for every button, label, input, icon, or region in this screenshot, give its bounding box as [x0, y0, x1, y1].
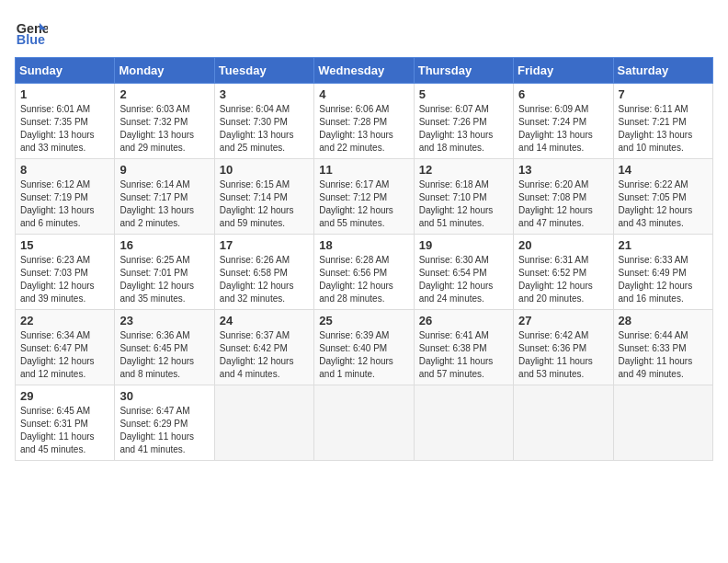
calendar-cell: 9Sunrise: 6:14 AM Sunset: 7:17 PM Daylig… — [115, 159, 214, 235]
day-number: 28 — [619, 314, 708, 327]
calendar-cell: 18Sunrise: 6:28 AM Sunset: 6:56 PM Dayli… — [314, 235, 414, 310]
day-number: 9 — [119, 163, 209, 177]
day-info: Sunrise: 6:20 AM Sunset: 7:08 PM Dayligh… — [518, 178, 608, 230]
calendar-cell: 4Sunrise: 6:06 AM Sunset: 7:28 PM Daylig… — [314, 84, 414, 159]
calendar-week-row: 15Sunrise: 6:23 AM Sunset: 7:03 PM Dayli… — [16, 235, 713, 310]
day-info: Sunrise: 6:42 AM Sunset: 6:36 PM Dayligh… — [518, 329, 608, 381]
day-number: 21 — [619, 238, 708, 252]
day-number: 18 — [319, 238, 408, 252]
day-info: Sunrise: 6:31 AM Sunset: 6:52 PM Dayligh… — [518, 254, 608, 305]
calendar-cell: 20Sunrise: 6:31 AM Sunset: 6:52 PM Dayli… — [514, 235, 613, 310]
logo: General Blue — [15, 15, 51, 48]
calendar-cell: 19Sunrise: 6:30 AM Sunset: 6:54 PM Dayli… — [414, 235, 513, 310]
day-number: 12 — [419, 163, 508, 177]
day-info: Sunrise: 6:37 AM Sunset: 6:42 PM Dayligh… — [220, 329, 309, 381]
calendar-cell: 25Sunrise: 6:39 AM Sunset: 6:40 PM Dayli… — [314, 310, 414, 385]
calendar-cell: 1Sunrise: 6:01 AM Sunset: 7:35 PM Daylig… — [16, 84, 115, 159]
calendar-cell: 5Sunrise: 6:07 AM Sunset: 7:26 PM Daylig… — [414, 84, 513, 159]
calendar-cell: 14Sunrise: 6:22 AM Sunset: 7:05 PM Dayli… — [613, 159, 712, 235]
day-number: 10 — [220, 163, 309, 177]
day-number: 7 — [619, 87, 708, 101]
calendar-cell: 6Sunrise: 6:09 AM Sunset: 7:24 PM Daylig… — [514, 84, 613, 159]
day-info: Sunrise: 6:45 AM Sunset: 6:31 PM Dayligh… — [20, 405, 109, 456]
day-number: 25 — [319, 314, 408, 327]
calendar-cell — [613, 385, 712, 461]
weekday-header-saturday: Saturday — [613, 58, 712, 84]
weekday-header-monday: Monday — [115, 58, 214, 84]
day-info: Sunrise: 6:44 AM Sunset: 6:33 PM Dayligh… — [619, 329, 708, 381]
calendar-cell: 29Sunrise: 6:45 AM Sunset: 6:31 PM Dayli… — [16, 385, 115, 461]
calendar-cell: 10Sunrise: 6:15 AM Sunset: 7:14 PM Dayli… — [214, 159, 313, 235]
day-number: 19 — [419, 238, 508, 252]
day-number: 14 — [619, 163, 708, 177]
day-number: 11 — [319, 163, 408, 177]
day-info: Sunrise: 6:15 AM Sunset: 7:14 PM Dayligh… — [220, 178, 309, 230]
day-number: 23 — [119, 314, 209, 327]
day-number: 27 — [518, 314, 608, 327]
weekday-header-tuesday: Tuesday — [214, 58, 313, 84]
day-number: 16 — [119, 238, 209, 252]
calendar-cell — [414, 385, 513, 461]
page-header: General Blue — [15, 15, 713, 48]
calendar-table: SundayMondayTuesdayWednesdayThursdayFrid… — [15, 57, 713, 461]
calendar-cell: 23Sunrise: 6:36 AM Sunset: 6:45 PM Dayli… — [115, 310, 214, 385]
calendar-cell: 3Sunrise: 6:04 AM Sunset: 7:30 PM Daylig… — [214, 84, 313, 159]
day-number: 26 — [419, 314, 508, 327]
calendar-cell: 16Sunrise: 6:25 AM Sunset: 7:01 PM Dayli… — [115, 235, 214, 310]
day-info: Sunrise: 6:11 AM Sunset: 7:21 PM Dayligh… — [619, 103, 708, 155]
day-info: Sunrise: 6:22 AM Sunset: 7:05 PM Dayligh… — [619, 178, 708, 230]
calendar-cell: 7Sunrise: 6:11 AM Sunset: 7:21 PM Daylig… — [613, 84, 712, 159]
day-info: Sunrise: 6:34 AM Sunset: 6:47 PM Dayligh… — [20, 329, 109, 381]
day-info: Sunrise: 6:47 AM Sunset: 6:29 PM Dayligh… — [119, 405, 209, 456]
day-number: 20 — [518, 238, 608, 252]
calendar-cell: 11Sunrise: 6:17 AM Sunset: 7:12 PM Dayli… — [314, 159, 414, 235]
day-number: 3 — [220, 87, 309, 101]
day-info: Sunrise: 6:23 AM Sunset: 7:03 PM Dayligh… — [20, 254, 109, 305]
day-info: Sunrise: 6:07 AM Sunset: 7:26 PM Dayligh… — [419, 103, 508, 155]
calendar-week-row: 22Sunrise: 6:34 AM Sunset: 6:47 PM Dayli… — [16, 310, 713, 385]
day-info: Sunrise: 6:25 AM Sunset: 7:01 PM Dayligh… — [119, 254, 209, 305]
day-info: Sunrise: 6:14 AM Sunset: 7:17 PM Dayligh… — [119, 178, 209, 230]
calendar-cell — [514, 385, 613, 461]
weekday-header-thursday: Thursday — [414, 58, 513, 84]
day-number: 6 — [518, 87, 608, 101]
calendar-cell: 21Sunrise: 6:33 AM Sunset: 6:49 PM Dayli… — [613, 235, 712, 310]
day-number: 30 — [119, 389, 209, 403]
day-info: Sunrise: 6:30 AM Sunset: 6:54 PM Dayligh… — [419, 254, 508, 305]
calendar-cell: 2Sunrise: 6:03 AM Sunset: 7:32 PM Daylig… — [115, 84, 214, 159]
day-number: 2 — [119, 87, 209, 101]
calendar-week-row: 8Sunrise: 6:12 AM Sunset: 7:19 PM Daylig… — [16, 159, 713, 235]
day-number: 17 — [220, 238, 309, 252]
calendar-week-row: 1Sunrise: 6:01 AM Sunset: 7:35 PM Daylig… — [16, 84, 713, 159]
svg-text:Blue: Blue — [17, 32, 45, 47]
day-number: 13 — [518, 163, 608, 177]
day-info: Sunrise: 6:36 AM Sunset: 6:45 PM Dayligh… — [119, 329, 209, 381]
day-info: Sunrise: 6:33 AM Sunset: 6:49 PM Dayligh… — [619, 254, 708, 305]
weekday-header-wednesday: Wednesday — [314, 58, 414, 84]
day-info: Sunrise: 6:17 AM Sunset: 7:12 PM Dayligh… — [319, 178, 408, 230]
day-info: Sunrise: 6:01 AM Sunset: 7:35 PM Dayligh… — [20, 103, 109, 155]
calendar-cell: 26Sunrise: 6:41 AM Sunset: 6:38 PM Dayli… — [414, 310, 513, 385]
calendar-cell: 13Sunrise: 6:20 AM Sunset: 7:08 PM Dayli… — [514, 159, 613, 235]
calendar-cell: 30Sunrise: 6:47 AM Sunset: 6:29 PM Dayli… — [115, 385, 214, 461]
day-number: 24 — [220, 314, 309, 327]
day-info: Sunrise: 6:26 AM Sunset: 6:58 PM Dayligh… — [220, 254, 309, 305]
calendar-cell: 15Sunrise: 6:23 AM Sunset: 7:03 PM Dayli… — [16, 235, 115, 310]
calendar-header-row: SundayMondayTuesdayWednesdayThursdayFrid… — [16, 58, 713, 84]
day-info: Sunrise: 6:39 AM Sunset: 6:40 PM Dayligh… — [319, 329, 408, 381]
calendar-week-row: 29Sunrise: 6:45 AM Sunset: 6:31 PM Dayli… — [16, 385, 713, 461]
day-number: 8 — [20, 163, 109, 177]
logo-icon: General Blue — [15, 15, 48, 48]
calendar-cell — [314, 385, 414, 461]
calendar-cell: 27Sunrise: 6:42 AM Sunset: 6:36 PM Dayli… — [514, 310, 613, 385]
calendar-cell: 28Sunrise: 6:44 AM Sunset: 6:33 PM Dayli… — [613, 310, 712, 385]
calendar-cell — [214, 385, 313, 461]
weekday-header-friday: Friday — [514, 58, 613, 84]
day-info: Sunrise: 6:03 AM Sunset: 7:32 PM Dayligh… — [119, 103, 209, 155]
day-info: Sunrise: 6:06 AM Sunset: 7:28 PM Dayligh… — [319, 103, 408, 155]
calendar-cell: 12Sunrise: 6:18 AM Sunset: 7:10 PM Dayli… — [414, 159, 513, 235]
weekday-header-sunday: Sunday — [16, 58, 115, 84]
day-number: 1 — [20, 87, 109, 101]
day-number: 15 — [20, 238, 109, 252]
calendar-cell: 24Sunrise: 6:37 AM Sunset: 6:42 PM Dayli… — [214, 310, 313, 385]
